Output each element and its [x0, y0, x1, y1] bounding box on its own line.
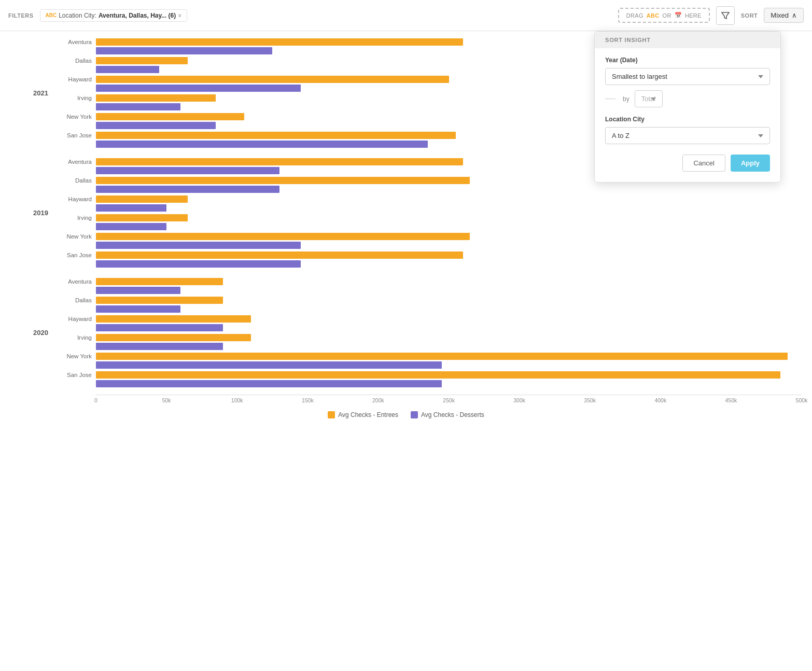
x-tick-250k: 250k — [443, 395, 455, 403]
sort-button[interactable]: Mixed ∧ — [764, 8, 804, 23]
top-bar: FILTERS ABC Location City: Aventura, Dal… — [0, 0, 812, 31]
legend-desserts: Avg Checks - Desserts — [411, 411, 484, 418]
city-irving-2020: Irving — [54, 333, 802, 351]
purple-bar — [96, 380, 442, 387]
bar-track — [96, 233, 802, 240]
orange-bar — [96, 233, 470, 240]
bar-track — [96, 334, 802, 341]
purple-bar — [96, 141, 428, 148]
city-newyork-2020: New York — [54, 352, 802, 369]
filter-pill[interactable]: ABC Location City: Aventura, Dallas, Hay… — [40, 9, 188, 22]
bar-row: San Jose — [54, 371, 802, 379]
bar-track — [96, 371, 802, 379]
city-irving-2019: Irving — [54, 214, 802, 231]
purple-bar — [96, 223, 166, 230]
x-tick-500k: 500k — [796, 395, 808, 403]
city-label: Hayward — [54, 316, 96, 322]
purple-bar — [96, 204, 166, 212]
bar-track — [96, 315, 802, 323]
bar-row — [54, 324, 802, 332]
field2-select[interactable]: A to Z Z to A — [605, 127, 770, 144]
bar-row — [54, 286, 802, 295]
bar-track — [96, 287, 802, 294]
main-wrapper: FILTERS ABC Location City: Aventura, Dal… — [0, 0, 812, 429]
orange-bar — [96, 334, 251, 341]
bar-track — [96, 343, 802, 350]
bar-row: Hayward — [54, 315, 802, 323]
x-axis: 0 50k 100k 150k 200k 250k 300k 350k 400k… — [96, 395, 802, 405]
city-sanjose-2019: San Jose — [54, 251, 802, 268]
city-label: Hayward — [54, 196, 96, 202]
popup-actions: Cancel Apply — [605, 155, 770, 172]
bar-row: New York — [54, 232, 802, 241]
x-tick-50k: 50k — [162, 395, 171, 403]
x-tick-150k: 150k — [302, 395, 314, 403]
bar-track — [96, 186, 802, 193]
drag-or-text: OR — [663, 12, 671, 19]
sort-label: SORT — [741, 12, 758, 19]
legend-label-desserts: Avg Checks - Desserts — [421, 411, 484, 418]
city-aventura-2020: Aventura — [54, 277, 802, 295]
field2-select-wrapper: A to Z Z to A — [605, 127, 770, 144]
bar-row — [54, 305, 802, 313]
bar-row: Irving — [54, 333, 802, 342]
bar-track — [96, 260, 802, 268]
purple-bar — [96, 287, 180, 294]
field1-select[interactable]: Smallest to largest Largest to smallest — [605, 68, 770, 85]
bar-track — [96, 251, 802, 259]
bar-track — [96, 305, 802, 313]
orange-bar — [96, 76, 449, 83]
apply-button[interactable]: Apply — [731, 155, 770, 172]
field1-sub-select[interactable]: Total — [635, 90, 663, 107]
filters-label: FILTERS — [8, 12, 34, 19]
orange-bar — [96, 195, 188, 203]
bar-row: New York — [54, 352, 802, 360]
bar-row: Dallas — [54, 296, 802, 304]
by-row: by Total — [605, 90, 770, 107]
purple-bar — [96, 66, 159, 73]
filter-field-name: Location City: — [59, 12, 96, 19]
orange-bar — [96, 251, 463, 259]
purple-bar — [96, 305, 180, 313]
city-label: Dallas — [54, 297, 96, 303]
city-label: San Jose — [54, 132, 96, 138]
purple-bar — [96, 122, 216, 129]
purple-bar — [96, 47, 272, 54]
bar-track — [96, 278, 802, 285]
year-group-2020: 2020 Aventura — [10, 276, 802, 389]
bar-row — [54, 241, 802, 249]
bar-row — [54, 260, 802, 268]
bar-row — [54, 185, 802, 193]
drag-abc-icon: ABC — [647, 12, 660, 19]
year-label-2019: 2019 — [10, 156, 54, 270]
city-newyork-2019: New York — [54, 232, 802, 249]
year-label-2020: 2020 — [10, 276, 54, 389]
bar-row: San Jose — [54, 251, 802, 259]
bar-row — [54, 222, 802, 231]
bar-track — [96, 361, 802, 369]
by-label: by — [621, 95, 629, 103]
chart-legend: Avg Checks - Entrees Avg Checks - Desser… — [10, 411, 802, 424]
purple-bar — [96, 85, 301, 92]
x-tick-400k: 400k — [654, 395, 666, 403]
orange-bar — [96, 315, 251, 323]
filter-icon-button[interactable] — [716, 6, 735, 25]
drag-calendar-icon: 📅 — [675, 12, 682, 19]
bar-track — [96, 204, 802, 212]
orange-bar — [96, 57, 188, 64]
orange-bar — [96, 214, 188, 221]
city-hayward-2020: Hayward — [54, 315, 802, 332]
city-label: Irving — [54, 334, 96, 341]
purple-bar — [96, 242, 301, 249]
bar-track — [96, 214, 802, 221]
legend-color-orange — [328, 411, 335, 418]
sort-insight-popup: SORT INSIGHT Year (Date) Smallest to lar… — [594, 31, 781, 183]
city-label: Aventura — [54, 39, 96, 45]
city-label: Aventura — [54, 159, 96, 165]
city-hayward-2019: Hayward — [54, 195, 802, 212]
orange-bar — [96, 278, 223, 285]
cancel-button[interactable]: Cancel — [682, 155, 725, 172]
bar-row — [54, 342, 802, 351]
orange-bar — [96, 371, 780, 379]
bar-row — [54, 204, 802, 212]
